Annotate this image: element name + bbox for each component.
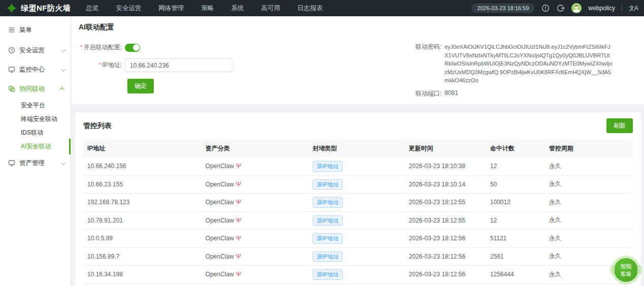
password-row: 联动密码: eyJ0eXAiOiJKV1QiLCJhbGciOiJIUzI1Ni… (401, 43, 613, 85)
cell-updated: 2026-03-23 18:12:55 (405, 194, 486, 212)
topbar: 绿盟NF防火墙 总览 安全运营 网络管理 策略 系统 高可用 日志报表 2026… (0, 0, 644, 16)
cell-period: 永久 (545, 157, 633, 175)
col-ip: IP地址 (83, 140, 201, 157)
sidebar-item-label: 监控中心 (19, 66, 45, 74)
cell-ip: 10.45.12.245 (83, 283, 201, 286)
sidebar: 菜单 安全运营 监控中心 (0, 16, 71, 286)
table-row: 10.16.34.198 OpenClawΨ 源IP地址 2026-03-23 … (83, 266, 633, 284)
cell-updated: 2026-03-23 18:12:56 (405, 247, 486, 266)
table-row: 192.168.78.123 OpenClawΨ 源IP地址 2026-03-2… (83, 194, 633, 212)
cell-asset: OpenClawΨ (201, 247, 309, 266)
nav-ha[interactable]: 高可用 (261, 4, 281, 13)
toggle-knob (133, 44, 140, 51)
ai-linkage-config-card: AI联动配置 *开启联动配置: *IP地址: 确定 联动密码: eyJ0eXAi… (71, 16, 644, 104)
chevron-down-icon (61, 67, 66, 72)
table-header-bar: 管控列表 刷新 (83, 118, 633, 133)
source-ip-tag: 源IP地址 (313, 251, 343, 262)
ip-label-text: IP地址: (102, 61, 122, 69)
cell-hits: 12 (486, 211, 545, 230)
cell-updated: 2026-03-23 18:10:38 (405, 157, 486, 175)
toggle-label-text: 开启联动配置: (84, 44, 122, 51)
sidebar-subitem-ai-security-linkage[interactable]: AI安全联动 (0, 140, 71, 153)
cell-asset: OpenClawΨ (201, 211, 309, 230)
col-asset: 资产分类 (201, 140, 309, 157)
claw-icon: Ψ (236, 181, 241, 188)
claw-icon: Ψ (236, 163, 241, 170)
col-period: 管控周期 (545, 140, 633, 157)
cell-period: 永久 (545, 194, 633, 212)
port-value: 8081 (445, 89, 458, 98)
source-ip-tag: 源IP地址 (313, 233, 343, 244)
cell-asset: OpenClawΨ (201, 283, 309, 286)
col-block-type: 封堵类型 (309, 140, 405, 157)
ip-label: *IP地址: (79, 61, 122, 70)
logout-icon[interactable] (556, 4, 565, 13)
linkage-enable-toggle[interactable] (125, 44, 140, 52)
sidebar-subitem-label: 终端安全联动 (21, 115, 57, 123)
asset-name: OpenClaw (206, 253, 234, 260)
user-avatar[interactable] (571, 3, 582, 13)
language-switch-icon[interactable]: 文A (629, 4, 638, 13)
sidebar-menu-toggle[interactable]: 菜单 (0, 19, 71, 41)
asset-name: OpenClaw (206, 235, 234, 242)
refresh-button[interactable]: 刷新 (606, 118, 633, 133)
cell-hits: 2561 (486, 247, 545, 266)
sidebar-item-monitor-center[interactable]: 监控中心 (0, 60, 71, 79)
username[interactable]: webpolicy (588, 5, 615, 12)
nav-system[interactable]: 系统 (231, 4, 244, 13)
required-mark: * (80, 44, 83, 51)
cell-ip: 10.78.91.201 (83, 211, 201, 230)
nav-policy[interactable]: 策略 (201, 4, 214, 13)
cell-updated: 2026-03-23 18:12:56 (405, 230, 486, 248)
sidebar-item-security-ops[interactable]: 安全运营 (0, 41, 71, 60)
table-row: 10.45.12.245 OpenClawΨ 源IP地址 2026-03-23 … (83, 283, 633, 286)
cell-block-type: 源IP地址 (309, 157, 405, 175)
nav-security-ops[interactable]: 安全运营 (116, 4, 142, 13)
sidebar-subitem-endpoint-linkage[interactable]: 终端安全联动 (0, 112, 71, 126)
cell-updated: 2026-03-23 18:12:55 (405, 211, 486, 230)
col-updated: 更新时间 (405, 140, 486, 157)
control-table: IP地址 资产分类 封堵类型 更新时间 命中计数 管控周期 10.66.240.… (83, 140, 633, 286)
table-row: 10.156.89.7 OpenClawΨ 源IP地址 2026-03-23 1… (83, 247, 633, 266)
cell-period: 永久 (545, 211, 633, 230)
table-row: 10.78.91.201 OpenClawΨ 源IP地址 2026-03-23 … (83, 211, 633, 230)
topbar-divider (622, 5, 622, 12)
confirm-button[interactable]: 确定 (127, 79, 154, 93)
cs-label-line2: 客服 (621, 270, 632, 277)
cell-period: 永久 (545, 175, 633, 194)
col-hits: 命中计数 (486, 140, 545, 157)
sidebar-item-asset-mgmt[interactable]: 资产管理 (0, 153, 71, 173)
cell-ip: 10.0.5.89 (83, 230, 201, 248)
sidebar-item-collab-linkage[interactable]: 协同联动 (0, 79, 71, 99)
sidebar-subitem-security-platform[interactable]: 安全平台 (0, 99, 71, 112)
chevron-up-icon (59, 87, 64, 92)
ip-address-input[interactable] (125, 58, 232, 72)
control-list-card: 管控列表 刷新 IP地址 资产分类 封堵类型 更新时间 命中计数 管控周期 (75, 112, 641, 286)
asset-name: OpenClaw (206, 217, 234, 224)
config-readonly-info: 联动密码: eyJ0eXAiOiJKV1QiLCJhbGciOiJIUzI1Ni… (401, 43, 613, 98)
topbar-right: 2026-03-23 18:16:59 webpolicy 文A (471, 3, 638, 13)
cell-hits: 1447 (486, 283, 545, 286)
cell-updated: 2026-03-23 18:12:56 (405, 283, 486, 286)
table-row: 10.0.5.89 OpenClawΨ 源IP地址 2026-03-23 18:… (83, 230, 633, 248)
nav-overview[interactable]: 总览 (86, 4, 99, 13)
cell-asset: OpenClawΨ (201, 194, 309, 212)
info-icon[interactable] (541, 4, 550, 13)
sidebar-item-label: 安全运营 (19, 46, 45, 55)
chevron-down-icon (61, 160, 66, 165)
nav-network-mgmt[interactable]: 网络管理 (159, 4, 184, 13)
nav-log-report[interactable]: 日志报表 (297, 4, 323, 13)
sidebar-item-label: 资产管理 (19, 159, 45, 168)
cell-ip: 10.16.34.198 (83, 266, 201, 284)
cs-label-line1: 智能 (621, 263, 632, 270)
source-ip-tag: 源IP地址 (313, 269, 343, 280)
cell-ip: 10.156.89.7 (83, 247, 201, 266)
source-ip-tag: 源IP地址 (313, 197, 343, 208)
claw-icon: Ψ (236, 253, 241, 260)
source-ip-tag: 源IP地址 (313, 179, 343, 190)
monitor-icon (8, 66, 15, 73)
system-time: 2026-03-23 18:16:59 (471, 4, 534, 13)
table-row: 10.66.23.155 OpenClawΨ 源IP地址 2026-03-23 … (83, 175, 633, 194)
sidebar-subitem-ids-linkage[interactable]: IDS联动 (0, 126, 71, 140)
smart-customer-service-button[interactable]: 智能 客服 (614, 258, 638, 282)
